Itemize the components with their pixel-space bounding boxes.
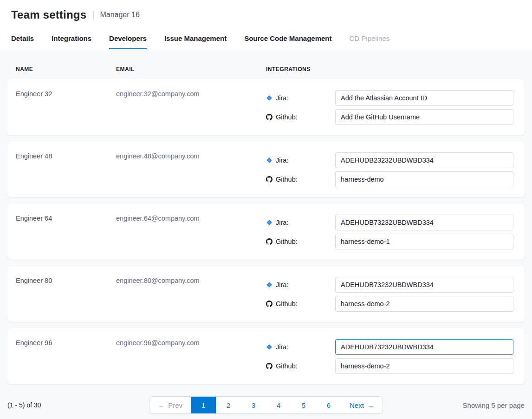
per-page-text: Showing 5 per page — [463, 401, 525, 409]
jira-label: Jira: — [266, 157, 329, 164]
jira-account-input[interactable] — [335, 277, 513, 293]
integrations-cell: Jira: Github: — [266, 215, 513, 249]
jira-icon — [266, 157, 272, 164]
table-row: Engineer 64 engineer.64@company.com Jira… — [7, 203, 525, 260]
developer-name: Engineer 32 — [16, 90, 116, 125]
github-icon — [266, 238, 272, 245]
tab-developers[interactable]: Developers — [109, 28, 147, 49]
page-title: Team settings — [11, 8, 86, 21]
jira-row: Jira: — [266, 277, 513, 293]
column-header-name: NAME — [16, 66, 116, 72]
integrations-cell: Jira: Github: — [266, 152, 513, 187]
title-divider: | — [92, 10, 94, 20]
jira-label-text: Jira: — [276, 281, 288, 288]
github-icon — [266, 301, 272, 307]
tab-source-code-management[interactable]: Source Code Management — [244, 28, 331, 49]
jira-icon — [266, 282, 272, 288]
github-label-text: Github: — [276, 300, 298, 308]
integrations-cell: Jira: Github: — [266, 90, 513, 125]
github-username-input[interactable] — [335, 234, 513, 249]
github-username-input[interactable] — [335, 358, 513, 374]
jira-account-input[interactable] — [335, 215, 513, 230]
developer-name: Engineer 64 — [16, 215, 116, 249]
github-row: Github: — [266, 171, 513, 187]
jira-icon — [266, 95, 272, 101]
github-username-input[interactable] — [335, 171, 513, 187]
jira-account-input-focused[interactable] — [335, 339, 513, 355]
page-button-1[interactable]: 1 — [191, 397, 216, 413]
table-row: Engineer 48 engineer.48@company.com Jira… — [7, 141, 525, 197]
jira-row: Jira: — [266, 215, 513, 230]
jira-row: Jira: — [266, 90, 513, 106]
github-label-text: Github: — [276, 113, 298, 121]
tab-bar: Details Integrations Developers Issue Ma… — [0, 28, 532, 49]
tab-integrations[interactable]: Integrations — [52, 28, 91, 49]
developer-name: Engineer 48 — [16, 152, 116, 187]
developers-panel: NAME EMAIL INTEGRATIONS Engineer 32 engi… — [0, 49, 532, 414]
jira-row: Jira: — [266, 152, 513, 168]
developer-email: engineer.32@company.com — [116, 90, 266, 125]
table-row: Engineer 80 engineer.80@company.com Jira… — [7, 266, 525, 322]
tab-cd-pipelines: CD Pipelines — [350, 28, 390, 49]
prev-label: Prev — [168, 401, 182, 409]
github-username-input[interactable] — [335, 296, 513, 312]
pagination-bar: (1 - 5) of 30 ← Prev 1 2 3 4 5 6 Next → … — [0, 396, 532, 414]
table-row: Engineer 32 engineer.32@company.com Jira… — [7, 79, 525, 135]
jira-label-text: Jira: — [276, 157, 288, 164]
jira-icon — [266, 344, 272, 350]
next-page-button[interactable]: Next → — [341, 397, 383, 413]
github-label-text: Github: — [276, 176, 298, 183]
jira-row: Jira: — [266, 339, 513, 355]
jira-label-text: Jira: — [276, 343, 288, 351]
developer-email: engineer.64@company.com — [116, 215, 266, 249]
jira-label-text: Jira: — [276, 94, 288, 102]
developer-email: engineer.96@company.com — [116, 339, 266, 374]
github-row: Github: — [266, 109, 513, 125]
github-label: Github: — [266, 300, 329, 308]
jira-label: Jira: — [266, 219, 329, 226]
prev-page-button[interactable]: ← Prev — [149, 397, 191, 413]
github-label: Github: — [266, 113, 329, 121]
tab-issue-management[interactable]: Issue Management — [164, 28, 227, 49]
jira-icon — [266, 219, 272, 226]
table-header-row: NAME EMAIL INTEGRATIONS — [7, 66, 525, 72]
jira-label: Jira: — [266, 94, 329, 102]
github-icon — [266, 363, 272, 369]
team-name: Manager 16 — [100, 11, 139, 19]
column-header-email: EMAIL — [116, 66, 266, 72]
github-label: Github: — [266, 362, 329, 370]
developer-name: Engineer 80 — [16, 277, 116, 312]
integrations-cell: Jira: Github: — [266, 339, 513, 374]
jira-label: Jira: — [266, 281, 329, 288]
page-button-4[interactable]: 4 — [266, 397, 291, 413]
github-row: Github: — [266, 234, 513, 249]
table-row: Engineer 96 engineer.96@company.com Jira… — [7, 328, 525, 384]
pagination-range-text: (1 - 5) of 30 — [7, 401, 41, 409]
github-username-input[interactable] — [335, 109, 513, 125]
github-label: Github: — [266, 238, 329, 245]
github-label-text: Github: — [276, 238, 298, 245]
github-icon — [266, 176, 272, 183]
page-header: Team settings | Manager 16 — [0, 0, 532, 28]
page-button-3[interactable]: 3 — [241, 397, 266, 413]
tab-details[interactable]: Details — [11, 28, 34, 49]
developer-email: engineer.80@company.com — [116, 277, 266, 312]
next-label: Next — [350, 401, 364, 409]
developer-email: engineer.48@company.com — [116, 152, 266, 187]
jira-account-input[interactable] — [335, 152, 513, 168]
github-label-text: Github: — [276, 362, 298, 370]
github-icon — [266, 114, 272, 120]
github-row: Github: — [266, 296, 513, 312]
developer-name: Engineer 96 — [16, 339, 116, 374]
arrow-right-icon: → — [367, 402, 374, 409]
page-button-6[interactable]: 6 — [316, 397, 341, 413]
page-button-5[interactable]: 5 — [291, 397, 316, 413]
jira-label-text: Jira: — [276, 219, 288, 226]
jira-label: Jira: — [266, 343, 329, 351]
page-button-2[interactable]: 2 — [216, 397, 241, 413]
pager: ← Prev 1 2 3 4 5 6 Next → — [149, 396, 383, 414]
column-header-integrations: INTEGRATIONS — [266, 66, 513, 72]
integrations-cell: Jira: Github: — [266, 277, 513, 312]
jira-account-input[interactable] — [335, 90, 513, 106]
github-label: Github: — [266, 176, 329, 183]
